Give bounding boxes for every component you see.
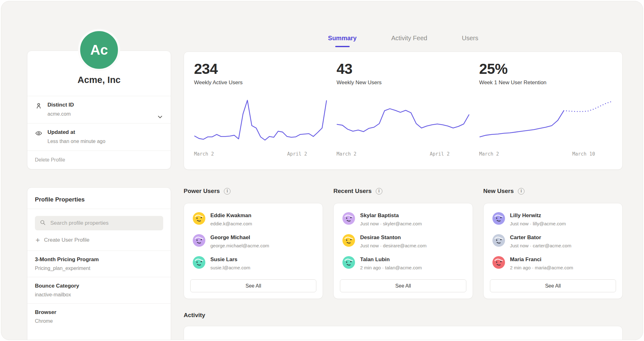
user-name: Talan Lubin — [360, 256, 422, 263]
list-item[interactable]: Talan Lubin2 min ago · talan@acme.com — [340, 256, 466, 270]
section-title: Power Users — [184, 188, 220, 195]
search-profile-properties-input[interactable] — [50, 220, 159, 227]
create-user-profile-label: Create User Profile — [44, 237, 90, 243]
user-meta: eddie.k@acme.com — [210, 221, 252, 226]
user-list-card: Skylar BaptistaJust now · skyler@acme.co… — [333, 203, 473, 299]
user-name: George Michael — [210, 234, 269, 241]
list-item[interactable]: George Michaelgeorge.michael@acme.com — [190, 234, 316, 248]
list-item[interactable]: Skylar BaptistaJust now · skyler@acme.co… — [340, 212, 466, 226]
delete-profile-button[interactable]: Delete Profile — [27, 151, 171, 169]
app-window: Ac Acme, Inc Distinct IDacme.comUpdated … — [1, 1, 643, 340]
see-all-button[interactable]: See All — [490, 279, 616, 292]
search-box[interactable] — [35, 216, 163, 230]
list-item[interactable]: Eddie Kwakmaneddie.k@acme.com — [190, 212, 316, 226]
user-name: Desirae Stanton — [360, 234, 426, 241]
main-content: SummaryActivity FeedUsers 234Weekly Acti… — [184, 1, 623, 340]
section-header: Recent Usersi — [333, 187, 473, 195]
profile-properties-card: Profile Properties + Create User Profile… — [27, 187, 171, 340]
chevron-down-icon[interactable] — [156, 113, 164, 121]
property-row-bounce-category[interactable]: Bounce Categoryinactive-mailbox — [27, 277, 171, 303]
tab-users[interactable]: Users — [462, 35, 478, 47]
profile-fields: Distinct IDacme.comUpdated atLess than o… — [27, 96, 171, 151]
profile-field-text: Distinct IDacme.com — [47, 102, 74, 117]
stat-value: 234 — [194, 61, 327, 76]
section-recent-users: Recent UsersiSkylar BaptistaJust now · s… — [333, 187, 473, 299]
tab-label: Activity Feed — [391, 35, 427, 41]
user-avatar — [193, 234, 205, 247]
property-value: Chrome — [35, 318, 163, 324]
profile-field-value: acme.com — [47, 111, 74, 117]
tab-label: Summary — [328, 35, 357, 41]
user-meta: Just now · lilly@acme.com — [510, 221, 566, 226]
list-item[interactable]: Lilly HerwitzJust now · lilly@acme.com — [490, 212, 616, 226]
user-avatar — [492, 256, 505, 269]
list-item[interactable]: Maria Franci2 min ago · maria@acme.com — [490, 256, 616, 270]
axis-label-left: March 2 — [336, 151, 356, 157]
property-name: Browser — [35, 309, 163, 316]
stat-column-weekly-active-users: 234Weekly Active UsersMarch 2April 2 — [194, 61, 327, 169]
user-meta: Just now · desirare@acme.com — [360, 243, 426, 248]
user-avatar — [342, 234, 355, 247]
stat-column-weekly-new-users: 43Weekly New UsersMarch 2April 2 — [336, 61, 469, 169]
list-item[interactable]: Desirae StantonJust now · desirare@acme.… — [340, 234, 466, 248]
axis-label-right: April 2 — [430, 151, 450, 157]
user-avatar — [492, 234, 505, 247]
user-list-card: Eddie Kwakmaneddie.k@acme.comGeorge Mich… — [184, 203, 323, 299]
user-avatar — [492, 212, 505, 225]
user-name: Susie Lars — [210, 256, 250, 263]
stat-column-week-1-new-user-retention: 25%Week 1 New User RetentionMarch 2March… — [479, 61, 612, 169]
section-title: Recent Users — [333, 188, 371, 195]
user-name: Skylar Baptista — [360, 212, 422, 219]
see-all-button[interactable]: See All — [340, 279, 466, 292]
activity-stats-card: 2349403.4k — [184, 326, 623, 340]
user-text: Maria Franci2 min ago · maria@acme.com — [510, 256, 573, 270]
user-meta: Just now · carter@acme.com — [510, 243, 571, 248]
see-all-button[interactable]: See All — [190, 279, 316, 292]
user-text: Talan Lubin2 min ago · talan@acme.com — [360, 256, 422, 270]
user-text: Eddie Kwakmaneddie.k@acme.com — [210, 212, 252, 226]
axis-label-right: March 10 — [572, 151, 595, 157]
activity-section-title: Activity — [184, 312, 205, 319]
profile-field-updated-at: Updated atLess than one minute ago — [27, 123, 171, 151]
profile-field-label: Distinct ID — [47, 102, 74, 108]
tab-bar: SummaryActivity FeedUsers — [184, 35, 623, 47]
plus-icon: + — [36, 237, 40, 243]
tab-label: Users — [462, 35, 478, 41]
search-wrap — [27, 209, 171, 230]
info-icon[interactable]: i — [518, 188, 525, 195]
user-avatar — [193, 212, 205, 225]
stat-value: 25% — [479, 61, 612, 76]
section-title: New Users — [483, 188, 514, 195]
eye-icon — [35, 129, 42, 137]
user-meta: Just now · skyler@acme.com — [360, 221, 422, 226]
axis-label-right: April 2 — [287, 151, 307, 157]
axis-labels: March 2April 2 — [194, 151, 327, 157]
user-meta: susie.l@acme.com — [210, 265, 250, 270]
user-text: Desirae StantonJust now · desirare@acme.… — [360, 234, 426, 248]
section-header: New Usersi — [483, 187, 623, 195]
summary-stats-card: 234Weekly Active UsersMarch 2April 243We… — [184, 52, 623, 170]
user-name: Eddie Kwakman — [210, 212, 252, 219]
user-avatar — [342, 212, 355, 225]
user-meta: 2 min ago · talan@acme.com — [360, 265, 422, 270]
list-item[interactable]: Carter BatorJust now · carter@acme.com — [490, 234, 616, 248]
property-row-browser[interactable]: BrowserChrome — [27, 303, 171, 330]
user-name: Maria Franci — [510, 256, 573, 263]
tab-activity-feed[interactable]: Activity Feed — [391, 35, 427, 47]
user-text: Susie Larssusie.l@acme.com — [210, 256, 250, 270]
user-text: Skylar BaptistaJust now · skyler@acme.co… — [360, 212, 422, 226]
info-icon[interactable]: i — [376, 188, 382, 195]
list-item[interactable]: Susie Larssusie.l@acme.com — [190, 256, 316, 270]
property-value: Pricing_plan_experiment — [35, 266, 163, 271]
profile-properties-title: Profile Properties — [27, 188, 171, 209]
property-value: inactive-mailbox — [35, 292, 163, 298]
create-user-profile-button[interactable]: + Create User Profile — [27, 230, 171, 250]
profile-field-distinct-id: Distinct IDacme.com — [27, 96, 171, 123]
profile-field-value: Less than one minute ago — [47, 139, 105, 144]
section-header: Power Usersi — [184, 187, 323, 195]
profile-avatar: Ac — [78, 29, 120, 71]
tab-summary[interactable]: Summary — [328, 35, 357, 47]
stat-label: Weekly New Users — [336, 80, 469, 86]
info-icon[interactable]: i — [224, 188, 230, 195]
property-row-3-month-pricing-program[interactable]: 3-Month Pricing ProgramPricing_plan_expe… — [27, 250, 171, 277]
